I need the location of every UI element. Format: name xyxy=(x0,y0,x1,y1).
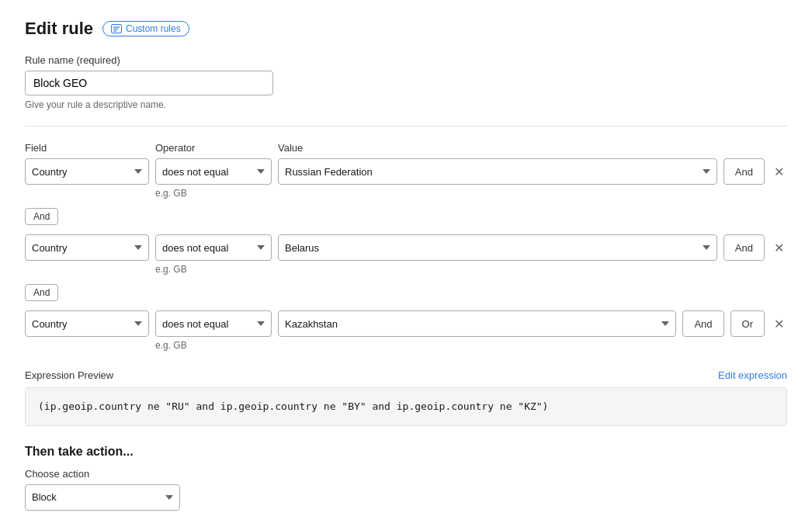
divider xyxy=(25,126,787,127)
action-select[interactable]: Block Allow Challenge JS Challenge xyxy=(25,484,180,511)
custom-rules-icon xyxy=(111,24,122,33)
field-select-1[interactable]: Country xyxy=(25,158,149,185)
value-header: Value xyxy=(278,142,787,154)
condition-inputs-3: Country does not equal Kazakhstan And Or… xyxy=(25,310,787,337)
fields-row-header: Field Operator Value xyxy=(25,142,787,154)
value-select-3[interactable]: Kazakhstan xyxy=(278,310,676,337)
page-header: Edit rule Custom rules xyxy=(25,19,787,39)
edit-expression-link[interactable]: Edit expression xyxy=(718,369,787,381)
field-select-3[interactable]: Country xyxy=(25,310,149,337)
then-section: Then take action... Choose action Block … xyxy=(25,445,787,514)
operator-header: Operator xyxy=(155,142,272,154)
value-select-2[interactable]: Belarus xyxy=(278,234,717,261)
eg-hint-3: e.g. GB xyxy=(25,340,787,351)
condition-inputs-2: Country does not equal Belarus And ✕ xyxy=(25,234,787,261)
condition-row-1: Country does not equal Russian Federatio… xyxy=(25,158,787,230)
choose-action-label: Choose action xyxy=(25,468,787,480)
eg-hint-2: e.g. GB xyxy=(25,264,787,275)
and-button-1[interactable]: And xyxy=(724,158,765,185)
eg-hint-1: e.g. GB xyxy=(25,188,787,199)
condition-inputs-1: Country does not equal Russian Federatio… xyxy=(25,158,787,185)
operator-select-2[interactable]: does not equal xyxy=(155,234,272,261)
close-button-3[interactable]: ✕ xyxy=(771,317,787,331)
custom-rules-badge[interactable]: Custom rules xyxy=(102,21,189,36)
then-title: Then take action... xyxy=(25,445,787,459)
custom-rules-label: Custom rules xyxy=(126,23,181,34)
expression-section: Expression Preview Edit expression (ip.g… xyxy=(25,369,787,426)
field-header: Field xyxy=(25,142,149,154)
close-button-1[interactable]: ✕ xyxy=(771,165,787,179)
close-button-2[interactable]: ✕ xyxy=(771,241,787,255)
conditions-section: Field Operator Value Country does not eq… xyxy=(25,142,787,351)
expression-label: Expression Preview xyxy=(25,369,113,381)
rule-name-section: Rule name (required) Give your rule a de… xyxy=(25,54,787,110)
rule-name-input[interactable] xyxy=(25,71,273,95)
rule-name-helper: Give your rule a descriptive name. xyxy=(25,99,787,110)
expression-header: Expression Preview Edit expression xyxy=(25,369,787,381)
condition-row-3: Country does not equal Kazakhstan And Or… xyxy=(25,310,787,351)
expression-code: (ip.geoip.country ne "RU" and ip.geoip.c… xyxy=(38,400,548,412)
condition-row-2: Country does not equal Belarus And ✕ e.g… xyxy=(25,234,787,306)
or-button-3[interactable]: Or xyxy=(730,310,765,337)
rule-name-label: Rule name (required) xyxy=(25,54,787,66)
operator-select-3[interactable]: does not equal xyxy=(155,310,272,337)
field-select-2[interactable]: Country xyxy=(25,234,149,261)
and-connector-2[interactable]: And xyxy=(25,284,58,301)
operator-select-1[interactable]: does not equal xyxy=(155,158,272,185)
and-button-2[interactable]: And xyxy=(724,234,765,261)
and-button-3[interactable]: And xyxy=(682,310,724,337)
page-title: Edit rule xyxy=(25,19,93,39)
and-connector-1[interactable]: And xyxy=(25,208,58,225)
value-select-1[interactable]: Russian Federation xyxy=(278,158,717,185)
expression-box: (ip.geoip.country ne "RU" and ip.geoip.c… xyxy=(25,387,787,426)
